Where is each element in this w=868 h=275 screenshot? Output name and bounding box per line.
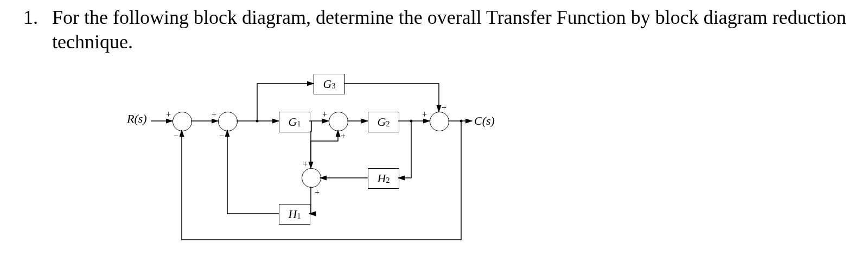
question-text: For the following block diagram, determi… — [52, 5, 852, 54]
svg-point-8 — [256, 120, 259, 123]
block-diagram: R(s) C(s) G3 G1 G2 H2 H1 + − + − + + + + — [127, 71, 507, 260]
question-row: 1. For the following block diagram, dete… — [16, 5, 852, 54]
wires — [127, 71, 507, 260]
svg-point-9 — [410, 120, 413, 123]
question-number: 1. — [16, 5, 38, 30]
svg-point-10 — [460, 120, 463, 123]
